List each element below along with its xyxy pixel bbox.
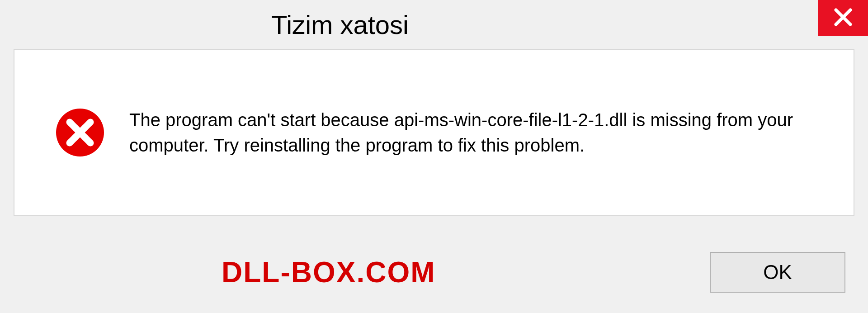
error-icon <box>55 108 105 157</box>
footer: DLL-BOX.COM OK <box>14 245 854 299</box>
dialog-title: Tizim xatosi <box>271 9 409 40</box>
close-icon <box>833 7 853 29</box>
watermark-text: DLL-BOX.COM <box>222 256 436 289</box>
ok-button[interactable]: OK <box>710 252 845 293</box>
close-button[interactable] <box>818 0 868 36</box>
titlebar: Tizim xatosi <box>0 0 868 49</box>
error-message: The program can't start because api-ms-w… <box>129 107 826 158</box>
ok-button-label: OK <box>763 261 792 284</box>
content-panel: The program can't start because api-ms-w… <box>14 49 854 216</box>
